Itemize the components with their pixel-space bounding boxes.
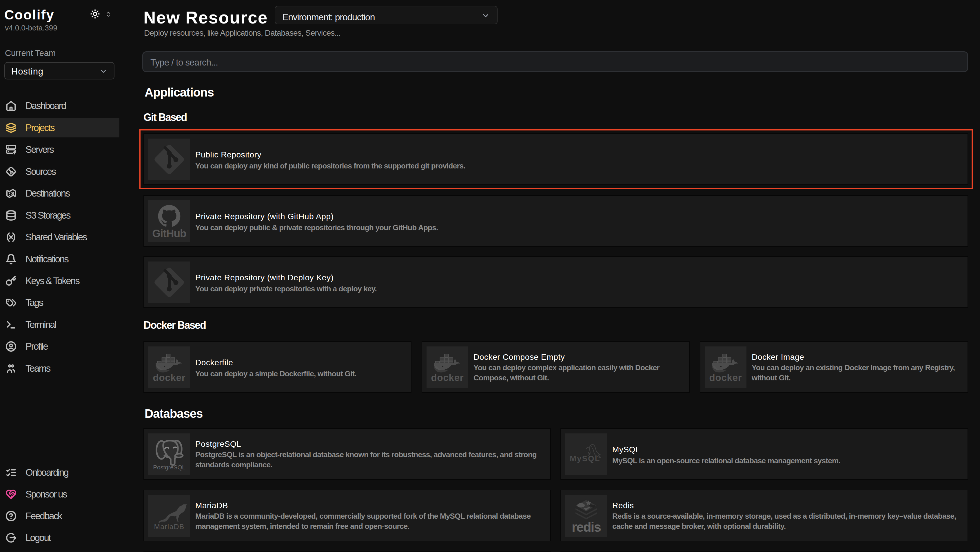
svg-text:redis: redis [572,520,601,534]
svg-text:PostgreSQL: PostgreSQL [153,464,185,471]
svg-text:MariaDB: MariaDB [154,523,184,531]
svg-text:docker: docker [153,372,185,383]
svg-text:docker: docker [431,372,464,383]
svg-text:GitHub: GitHub [152,228,186,239]
svg-text:docker: docker [709,372,742,383]
svg-text:MySQL: MySQL [570,454,600,463]
